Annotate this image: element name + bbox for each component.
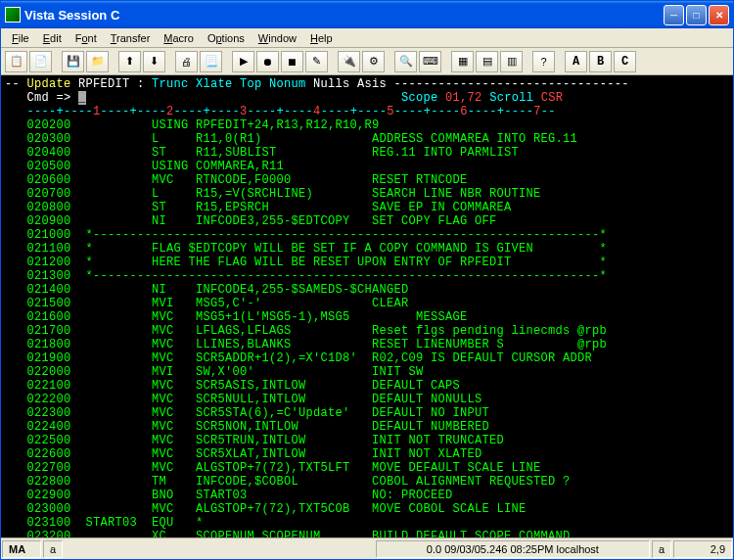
titlebar: Vista Session C ─ □ ✕ — [1, 1, 733, 28]
menu-file[interactable]: File — [5, 30, 36, 46]
status-cursor-pos: 2,9 — [673, 540, 732, 558]
tool-win3[interactable]: ▥ — [500, 51, 523, 72]
tool-save[interactable]: 💾 — [62, 51, 84, 72]
toolbar: 📋 📄 💾 📁 ⬆ ⬇ 🖨 📃 ▶ ⏺ ⏹ ✎ 🔌 ⚙ 🔍 ⌨ ▦ ▤ ▥ ? … — [1, 48, 733, 75]
menu-window[interactable]: Window — [252, 30, 303, 46]
menu-transfer[interactable]: Transfer — [104, 30, 158, 46]
tool-win2[interactable]: ▤ — [476, 51, 498, 72]
minimize-button[interactable]: ─ — [664, 5, 684, 25]
menu-edit[interactable]: Edit — [36, 30, 69, 46]
status-time: 0.0 09/03/05.246 08:25PM localhost — [376, 540, 650, 558]
tool-macro-edit[interactable]: ✎ — [305, 51, 328, 72]
tool-transfer-up[interactable]: ⬆ — [118, 51, 141, 72]
status-indicator: a — [43, 540, 63, 558]
tool-copy[interactable]: 📋 — [5, 51, 27, 72]
statusbar: MA a 0.0 09/03/05.246 08:25PM localhost … — [1, 537, 733, 559]
close-button[interactable]: ✕ — [709, 5, 729, 25]
menu-options[interactable]: Options — [201, 30, 252, 46]
tool-find[interactable]: 🔍 — [394, 51, 417, 72]
terminal[interactable]: -- Update RPFEDIT : Trunc Xlate Top Nonu… — [1, 75, 733, 537]
menu-help[interactable]: Help — [303, 30, 340, 46]
tool-print[interactable]: 🖨 — [175, 51, 198, 72]
status-mode: MA — [2, 540, 41, 558]
maximize-button[interactable]: □ — [686, 5, 707, 25]
tool-open[interactable]: 📁 — [86, 51, 109, 72]
menu-font[interactable]: Font — [69, 30, 104, 46]
tool-macro-stop[interactable]: ⏹ — [281, 51, 303, 72]
tool-paste[interactable]: 📄 — [29, 51, 52, 72]
tool-settings[interactable]: ⚙ — [362, 51, 385, 72]
session-c-button[interactable]: C — [614, 51, 636, 72]
menubar: File Edit Font Transfer Macro Options Wi… — [1, 28, 733, 48]
tool-connect[interactable]: 🔌 — [338, 51, 360, 72]
session-b-button[interactable]: B — [589, 51, 612, 72]
session-a-button[interactable]: A — [565, 51, 587, 72]
tool-transfer-down[interactable]: ⬇ — [143, 51, 165, 72]
tool-macro-rec[interactable]: ⏺ — [256, 51, 279, 72]
tool-macro-play[interactable]: ▶ — [232, 51, 254, 72]
tool-help[interactable]: ? — [532, 51, 555, 72]
tool-win1[interactable]: ▦ — [451, 51, 474, 72]
status-ind2: a — [652, 540, 671, 558]
window-title: Vista Session C — [24, 8, 664, 23]
tool-keys[interactable]: ⌨ — [419, 51, 441, 72]
tool-doc[interactable]: 📃 — [200, 51, 222, 72]
menu-macro[interactable]: Macro — [157, 30, 201, 46]
app-icon — [5, 7, 21, 23]
